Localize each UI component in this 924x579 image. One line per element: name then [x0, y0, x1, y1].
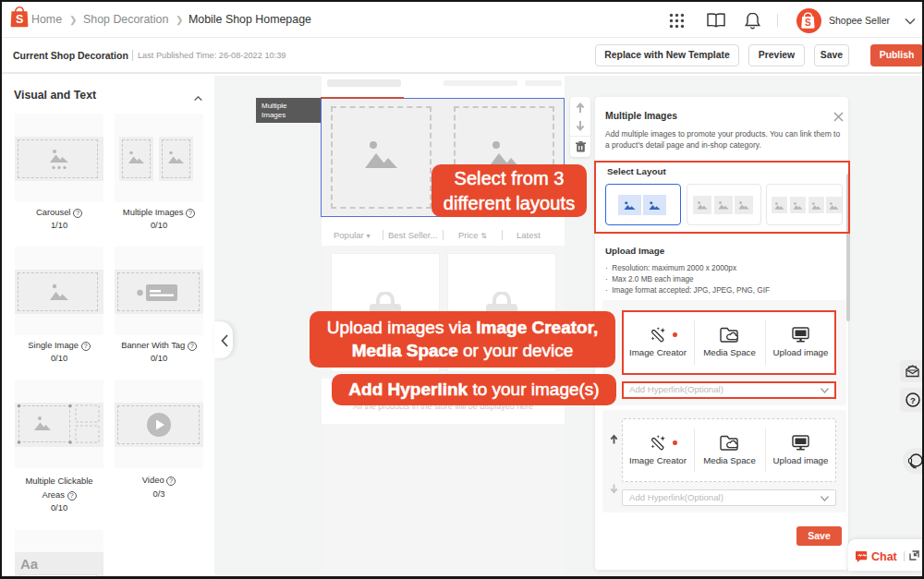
svg-text:?: ? — [910, 395, 916, 405]
svg-text:S: S — [16, 13, 23, 26]
svg-text:S: S — [805, 18, 811, 28]
